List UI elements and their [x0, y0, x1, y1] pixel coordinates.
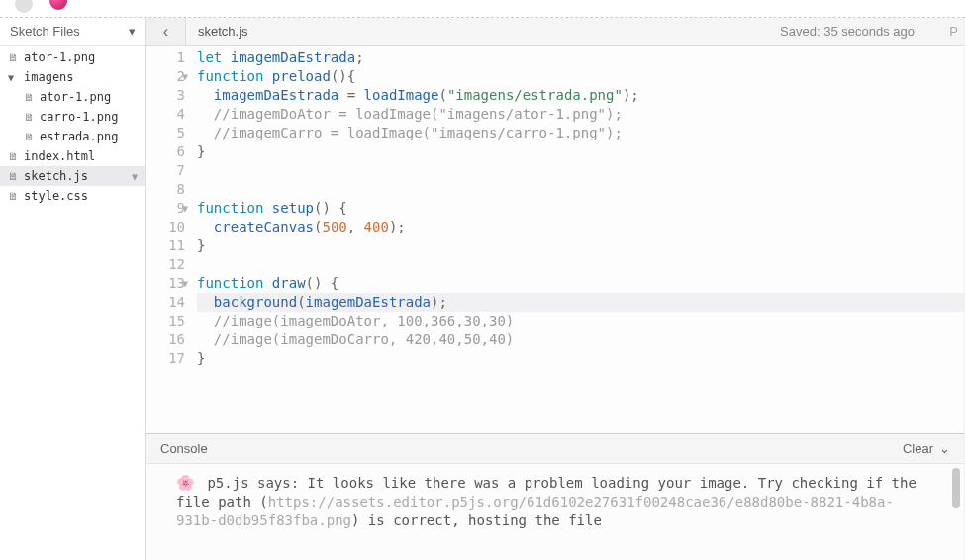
- line-number: 8: [146, 180, 185, 199]
- sidebar-title: Sketch Files: [10, 24, 80, 39]
- code-line[interactable]: }: [197, 349, 964, 368]
- line-number: 16: [146, 330, 185, 349]
- code-line[interactable]: createCanvas(500, 400);: [197, 218, 964, 236]
- tab-bar: ‹ sketch.js Saved: 35 seconds ago P: [146, 18, 964, 46]
- code-editor[interactable]: 12▼3456789▼10111213▼14151617 let imagemD…: [146, 46, 964, 433]
- code-line[interactable]: function preload(){: [197, 67, 964, 86]
- line-number: 7: [146, 161, 185, 180]
- file-item[interactable]: 🗎estrada.png: [0, 127, 145, 146]
- code-line[interactable]: function setup() {: [197, 199, 964, 218]
- gutter: 12▼3456789▼10111213▼14151617: [146, 46, 191, 433]
- code-line[interactable]: [197, 161, 964, 180]
- scrollbar[interactable]: [952, 468, 960, 508]
- code-line[interactable]: //image(imagemDoCarro, 420,40,50,40): [197, 330, 964, 349]
- back-button[interactable]: ‹: [146, 18, 186, 45]
- chevron-down-icon[interactable]: ▼: [132, 171, 138, 182]
- sidebar: Sketch Files ▾ 🗎ator-1.png▼imagens🗎ator-…: [0, 18, 146, 560]
- line-number: 13▼: [146, 274, 185, 293]
- file-icon: 🗎: [24, 91, 36, 104]
- file-label: carro-1.png: [40, 110, 118, 124]
- editor-area: ‹ sketch.js Saved: 35 seconds ago P 12▼3…: [146, 18, 965, 560]
- line-number: 2▼: [146, 67, 185, 86]
- line-number: 11: [146, 236, 185, 255]
- file-icon: 🗎: [8, 190, 20, 203]
- line-number: 10: [146, 218, 185, 236]
- clear-button[interactable]: Clear ⌄: [903, 441, 950, 456]
- file-item[interactable]: 🗎style.css: [0, 186, 145, 206]
- file-label: estrada.png: [40, 130, 118, 143]
- code-line[interactable]: }: [197, 142, 964, 161]
- sidebar-header: Sketch Files ▾: [0, 18, 145, 46]
- flower-icon: 🌸: [176, 474, 195, 492]
- line-number: 15: [146, 312, 185, 330]
- console-title: Console: [160, 441, 208, 456]
- save-status: Saved: 35 seconds ago: [780, 24, 934, 39]
- file-label: sketch.js: [24, 169, 88, 183]
- line-number: 3: [146, 86, 185, 105]
- file-icon: 🗎: [8, 150, 20, 163]
- file-tree: 🗎ator-1.png▼imagens🗎ator-1.png🗎carro-1.p…: [0, 46, 145, 560]
- line-number: 9▼: [146, 199, 185, 218]
- top-bar: [0, 0, 965, 18]
- file-label: ator-1.png: [24, 50, 95, 64]
- code-line[interactable]: imagemDaEstrada = loadImage("imagens/est…: [197, 86, 964, 105]
- file-icon: 🗎: [8, 170, 20, 183]
- caret-down-icon: ▼: [8, 72, 20, 83]
- line-number: 1: [146, 48, 185, 67]
- line-number: 12: [146, 255, 185, 274]
- fold-icon[interactable]: ▼: [182, 67, 188, 86]
- main: Sketch Files ▾ 🗎ator-1.png▼imagens🗎ator-…: [0, 18, 965, 560]
- file-icon: 🗎: [8, 51, 20, 64]
- file-label: ator-1.png: [40, 90, 111, 104]
- code-line[interactable]: let imagemDaEstrada;: [197, 48, 964, 67]
- line-number: 5: [146, 124, 185, 142]
- console-panel: Console Clear ⌄ 🌸 p5.js says: It looks l…: [146, 433, 964, 560]
- code-line[interactable]: [197, 255, 964, 274]
- file-label: index.html: [24, 149, 95, 163]
- avatar-placeholder: [15, 0, 33, 13]
- folder-item[interactable]: ▼imagens: [0, 67, 145, 87]
- avatar[interactable]: [48, 0, 69, 12]
- file-label: imagens: [24, 70, 74, 84]
- file-icon: 🗎: [24, 131, 36, 143]
- chevron-down-icon[interactable]: ▾: [129, 24, 136, 39]
- line-number: 14: [146, 293, 185, 312]
- chevron-left-icon: ‹: [163, 23, 168, 41]
- file-item[interactable]: 🗎ator-1.png: [0, 87, 145, 107]
- console-header: Console Clear ⌄: [146, 434, 964, 464]
- file-item[interactable]: 🗎carro-1.png: [0, 107, 145, 127]
- chevron-down-icon: ⌄: [939, 441, 950, 456]
- code-line[interactable]: //imagemCarro = loadImage("imagens/carro…: [197, 124, 964, 142]
- code-line[interactable]: }: [197, 236, 964, 255]
- code[interactable]: let imagemDaEstrada;function preload(){ …: [191, 46, 964, 433]
- line-number: 17: [146, 349, 185, 368]
- open-file-name: sketch.js: [186, 24, 260, 39]
- console-body: 🌸 p5.js says: It looks like there was a …: [146, 464, 964, 560]
- file-icon: 🗎: [24, 111, 36, 124]
- code-line[interactable]: //image(imagemDoAtor, 100,366,30,30): [197, 312, 964, 330]
- clear-label: Clear: [903, 441, 933, 456]
- console-message-post: ) is correct, hosting the file: [351, 513, 602, 528]
- right-cut-text: P: [934, 24, 964, 39]
- code-line[interactable]: [197, 180, 964, 199]
- code-line[interactable]: background(imagemDaEstrada);: [197, 293, 964, 312]
- file-item[interactable]: 🗎sketch.js▼: [0, 166, 145, 186]
- line-number: 4: [146, 105, 185, 124]
- file-item[interactable]: 🗎ator-1.png: [0, 47, 145, 67]
- file-item[interactable]: 🗎index.html: [0, 146, 145, 166]
- code-line[interactable]: function draw() {: [197, 274, 964, 293]
- fold-icon[interactable]: ▼: [182, 199, 188, 218]
- code-line[interactable]: //imagemDoAtor = loadImage("imagens/ator…: [197, 105, 964, 124]
- line-number: 6: [146, 142, 185, 161]
- file-label: style.css: [24, 189, 88, 203]
- fold-icon[interactable]: ▼: [182, 274, 188, 293]
